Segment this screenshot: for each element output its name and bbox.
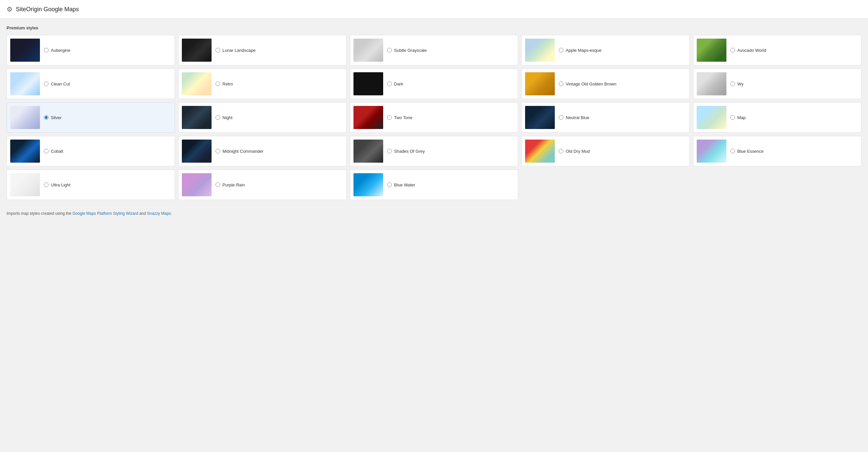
styles-grid: AubergineLunar LandscapeSubtle Grayscale… bbox=[7, 35, 861, 200]
style-card-neutral-blue[interactable]: Neutral Blue bbox=[522, 102, 690, 133]
radio-label-dark[interactable]: Dark bbox=[387, 82, 403, 87]
style-card-wy[interactable]: Wy bbox=[693, 69, 861, 99]
style-label-dark: Dark bbox=[394, 82, 403, 87]
style-card-map[interactable]: Map bbox=[693, 102, 861, 133]
radio-label-two-tone[interactable]: Two Tone bbox=[387, 115, 412, 120]
style-label-lunar-landscape: Lunar Landscape bbox=[222, 48, 255, 53]
radio-label-ultra-light[interactable]: Ultra Light bbox=[44, 183, 70, 187]
map-thumbnail-shades-of-grey bbox=[353, 139, 383, 163]
map-thumbnail-night bbox=[182, 106, 212, 129]
style-label-old-dry-mud: Old Dry Mud bbox=[566, 149, 590, 154]
radio-label-shades-of-grey[interactable]: Shades Of Grey bbox=[387, 149, 425, 154]
style-label-night: Night bbox=[222, 115, 232, 120]
google-wizard-link[interactable]: Google Maps Platform Styling Wizard bbox=[72, 211, 138, 216]
style-card-cobalt[interactable]: Cobalt bbox=[7, 136, 175, 166]
radio-apple-maps-esque[interactable] bbox=[559, 48, 563, 53]
style-card-avocado-world[interactable]: Avocado World bbox=[693, 35, 861, 65]
radio-ultra-light[interactable] bbox=[44, 183, 49, 187]
map-thumbnail-two-tone bbox=[353, 106, 383, 129]
radio-label-wy[interactable]: Wy bbox=[731, 82, 744, 87]
radio-subtle-grayscale[interactable] bbox=[387, 48, 392, 53]
style-card-lunar-landscape[interactable]: Lunar Landscape bbox=[178, 35, 346, 65]
radio-purple-rain[interactable] bbox=[216, 183, 220, 187]
map-thumbnail-purple-rain bbox=[182, 173, 212, 196]
radio-shades-of-grey[interactable] bbox=[387, 149, 392, 153]
radio-label-cobalt[interactable]: Cobalt bbox=[44, 149, 63, 154]
style-card-ultra-light[interactable]: Ultra Light bbox=[7, 169, 175, 200]
radio-label-apple-maps-esque[interactable]: Apple Maps-esque bbox=[559, 48, 601, 53]
style-label-ultra-light: Ultra Light bbox=[51, 183, 70, 187]
radio-night[interactable] bbox=[216, 115, 220, 120]
radio-silver[interactable] bbox=[44, 115, 49, 120]
radio-wy[interactable] bbox=[731, 82, 735, 86]
radio-label-avocado-world[interactable]: Avocado World bbox=[731, 48, 766, 53]
style-card-apple-maps-esque[interactable]: Apple Maps-esque bbox=[522, 35, 690, 65]
radio-aubergine[interactable] bbox=[44, 48, 49, 53]
map-thumbnail-dark bbox=[353, 72, 383, 95]
radio-clean-cut[interactable] bbox=[44, 82, 49, 86]
radio-label-silver[interactable]: Silver bbox=[44, 115, 62, 120]
radio-label-old-dry-mud[interactable]: Old Dry Mud bbox=[559, 149, 590, 154]
radio-avocado-world[interactable] bbox=[731, 48, 735, 53]
radio-neutral-blue[interactable] bbox=[559, 115, 563, 120]
header: ⚙ SiteOrigin Google Maps bbox=[0, 0, 868, 19]
radio-blue-essence[interactable] bbox=[731, 149, 735, 153]
footer-text-before: Imports map styles created using the bbox=[7, 211, 72, 216]
style-card-shades-of-grey[interactable]: Shades Of Grey bbox=[350, 136, 518, 166]
footer-text-between: and bbox=[138, 211, 147, 216]
radio-label-blue-essence[interactable]: Blue Essence bbox=[731, 149, 764, 154]
style-card-silver[interactable]: Silver bbox=[7, 102, 175, 133]
style-card-blue-essence[interactable]: Blue Essence bbox=[693, 136, 861, 166]
radio-label-retro[interactable]: Retro bbox=[216, 82, 233, 87]
style-card-two-tone[interactable]: Two Tone bbox=[350, 102, 518, 133]
style-label-purple-rain: Purple Rain bbox=[222, 183, 245, 187]
radio-blue-water[interactable] bbox=[387, 183, 392, 187]
map-thumbnail-neutral-blue bbox=[525, 106, 555, 129]
radio-label-clean-cut[interactable]: Clean Cut bbox=[44, 82, 70, 87]
radio-old-dry-mud[interactable] bbox=[559, 149, 563, 153]
style-card-retro[interactable]: Retro bbox=[178, 69, 346, 99]
radio-lunar-landscape[interactable] bbox=[216, 48, 220, 53]
snazzy-maps-link[interactable]: Snazzy Maps bbox=[147, 211, 171, 216]
style-card-aubergine[interactable]: Aubergine bbox=[7, 35, 175, 65]
radio-label-night[interactable]: Night bbox=[216, 115, 232, 120]
style-card-subtle-grayscale[interactable]: Subtle Grayscale bbox=[350, 35, 518, 65]
radio-retro[interactable] bbox=[216, 82, 220, 86]
style-card-midnight-commander[interactable]: Midnight Commander bbox=[178, 136, 346, 166]
footer: Imports map styles created using the Goo… bbox=[0, 206, 868, 220]
map-thumbnail-blue-water bbox=[353, 173, 383, 196]
radio-label-vintage-old-golden-brown[interactable]: Vintage Old Golden Brown bbox=[559, 82, 617, 87]
map-thumbnail-retro bbox=[182, 72, 212, 95]
radio-cobalt[interactable] bbox=[44, 149, 49, 153]
map-thumbnail-silver bbox=[10, 106, 40, 129]
radio-vintage-old-golden-brown[interactable] bbox=[559, 82, 563, 86]
map-thumbnail-ultra-light bbox=[10, 173, 40, 196]
style-card-old-dry-mud[interactable]: Old Dry Mud bbox=[522, 136, 690, 166]
style-card-blue-water[interactable]: Blue Water bbox=[350, 169, 518, 200]
style-card-night[interactable]: Night bbox=[178, 102, 346, 133]
radio-label-lunar-landscape[interactable]: Lunar Landscape bbox=[216, 48, 255, 53]
gear-icon: ⚙ bbox=[7, 5, 12, 13]
radio-midnight-commander[interactable] bbox=[216, 149, 220, 153]
radio-label-map[interactable]: Map bbox=[731, 115, 746, 120]
map-thumbnail-blue-essence bbox=[697, 139, 726, 163]
radio-label-blue-water[interactable]: Blue Water bbox=[387, 183, 415, 187]
footer-text-after: . bbox=[171, 211, 172, 216]
radio-label-aubergine[interactable]: Aubergine bbox=[44, 48, 70, 53]
radio-map[interactable] bbox=[731, 115, 735, 120]
radio-dark[interactable] bbox=[387, 82, 392, 86]
radio-label-midnight-commander[interactable]: Midnight Commander bbox=[216, 149, 264, 154]
style-label-neutral-blue: Neutral Blue bbox=[566, 115, 589, 120]
radio-two-tone[interactable] bbox=[387, 115, 392, 120]
radio-label-neutral-blue[interactable]: Neutral Blue bbox=[559, 115, 589, 120]
style-label-retro: Retro bbox=[222, 82, 233, 87]
radio-label-purple-rain[interactable]: Purple Rain bbox=[216, 183, 245, 187]
radio-label-subtle-grayscale[interactable]: Subtle Grayscale bbox=[387, 48, 427, 53]
style-label-blue-water: Blue Water bbox=[394, 183, 415, 187]
style-card-purple-rain[interactable]: Purple Rain bbox=[178, 169, 346, 200]
style-card-vintage-old-golden-brown[interactable]: Vintage Old Golden Brown bbox=[522, 69, 690, 99]
app-title: SiteOrigin Google Maps bbox=[16, 6, 79, 13]
style-card-dark[interactable]: Dark bbox=[350, 69, 518, 99]
style-card-clean-cut[interactable]: Clean Cut bbox=[7, 69, 175, 99]
map-thumbnail-clean-cut bbox=[10, 72, 40, 95]
